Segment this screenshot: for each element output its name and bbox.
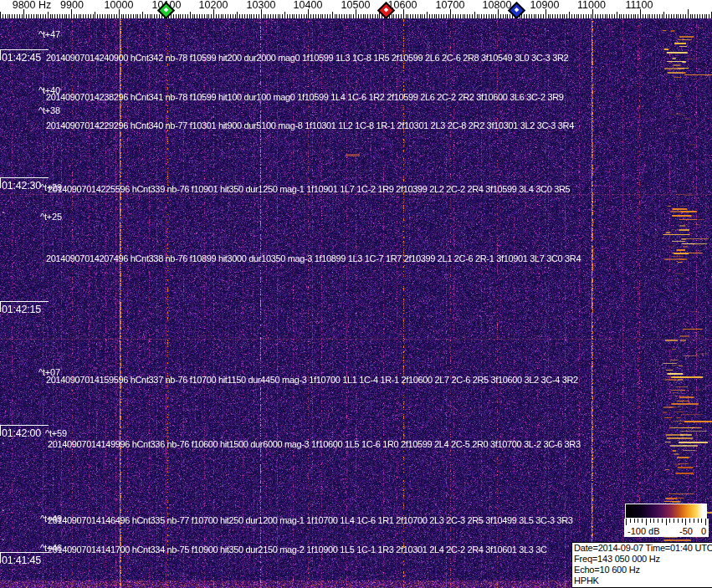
time-tick-edge [0, 49, 1, 60]
freq-tick-label: 10000 [105, 0, 134, 10]
freq-tick-label: 11100 [626, 0, 653, 10]
time-tick-edge [0, 425, 1, 436]
intensity-colorbar: -100 dB-500 [624, 504, 709, 537]
detection-log-line: 20140907014229296 hCnt340 nb-77 f10301 h… [46, 120, 574, 130]
time-label: 01:41:45 [2, 555, 41, 566]
left-edge-mark: ` [2, 538, 5, 548]
info-box-line: Echo=10 600 Hz [574, 565, 712, 575]
detection-log-line: 20140907014146496 hCnt335 nb-77 f10700 h… [48, 515, 573, 525]
detection-log-line: 20140907014141700 hCnt334 nb-75 f10900 h… [48, 545, 547, 555]
spectrogram-display[interactable] [0, 0, 712, 588]
detection-log-line: 20140907014240900 hCnt342 nb-78 f10599 h… [46, 53, 568, 63]
detection-log-line: 20140907014207496 hCnt338 nb-76 f10899 h… [46, 253, 581, 263]
time-label: 01:42:45 [2, 52, 41, 64]
info-box-line: Date=2014-09-07 Time=01:40 UTC [574, 543, 712, 554]
freq-tick-label: 10900 [530, 0, 560, 10]
detection-log-line: 20140907014149996 hCnt336 nb-76 f10600 h… [48, 439, 581, 449]
time-label: 01:42:15 [2, 304, 41, 315]
echo-time-marker: ^t+25 [40, 212, 62, 222]
info-box-line: HPHK [574, 575, 712, 586]
colorbar-label: 0 [701, 526, 706, 536]
time-tick-line [0, 425, 49, 426]
echo-time-marker: ^t+47 [38, 29, 60, 39]
colorbar-label: -50 [679, 526, 693, 536]
time-tick-edge [0, 552, 1, 563]
freq-tick-label: 9800 Hz [13, 0, 52, 10]
left-edge-mark: ` [2, 442, 5, 452]
station-info-box: Date=2014-09-07 Time=01:40 UTCFreq=143 0… [571, 542, 712, 588]
marker-center-dot [384, 8, 389, 13]
marker-center-dot [164, 8, 169, 13]
left-edge-mark: ` [2, 211, 5, 221]
freq-tick-label: 10400 [294, 0, 323, 10]
freq-tick-label: 11000 [577, 0, 606, 10]
echo-time-marker: ^t+38 [38, 105, 60, 115]
freq-tick-label: 10800 [483, 0, 512, 10]
marker-center-dot [515, 8, 520, 13]
freq-tick-label: 10200 [199, 0, 228, 10]
colorbar-ruler-ticks [624, 519, 709, 526]
freq-tick-label: 10700 [436, 0, 465, 10]
echo-time-marker: ^t+59 [45, 428, 67, 438]
colorbar-gradient [625, 504, 707, 519]
spectrogram-app-window: 9800 Hz990010000101001020010300104001050… [0, 0, 712, 588]
time-tick-line [0, 301, 49, 302]
detection-log-line: 20140907014159596 hCnt337 nb-76 f10700 h… [46, 375, 578, 385]
time-tick-edge [0, 301, 1, 312]
freq-tick-label: 10300 [247, 0, 276, 10]
time-tick-line [0, 49, 49, 50]
colorbar-scale: -100 dB-500 [624, 519, 709, 537]
time-label: 01:42:30 [2, 180, 41, 192]
time-tick-edge [0, 177, 1, 188]
detection-log-line: 20140907014225596 hCnt339 nb-76 f10901 h… [48, 184, 570, 194]
time-tick-line [0, 177, 49, 178]
detection-log-line: 20140907014238296 hCnt341 nb-78 f10599 h… [46, 92, 564, 102]
time-label: 01:42:00 [2, 427, 41, 439]
colorbar-label: -100 dB [627, 526, 660, 536]
left-edge-mark: ` [2, 509, 5, 519]
info-box-line: Freq=143 050 000 Hz [574, 554, 712, 565]
freq-tick-label: 9900 [60, 0, 84, 10]
freq-tick-label: 10500 [341, 0, 371, 10]
